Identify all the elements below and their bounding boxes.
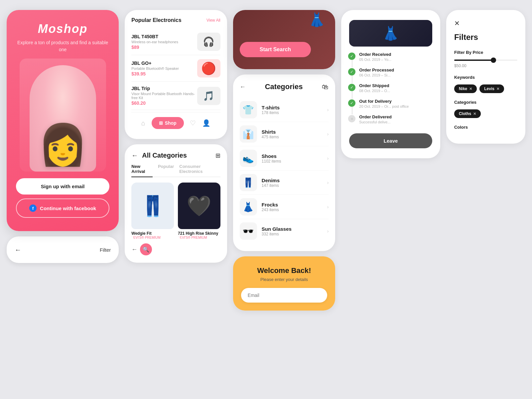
timeline-content: Order Received 05 Oct. 2019 – Yo...: [359, 52, 391, 62]
column-3: 👗 Start Search ← Categories 🛍 👕 T-shirts…: [233, 7, 335, 311]
keyword-tag-nike[interactable]: Nike ✕: [454, 84, 477, 93]
category-name: Sun Glasses: [262, 226, 327, 232]
shop-nav-button[interactable]: ⊞ Shop: [152, 117, 184, 129]
timeline-content: Order Shipped 08 Oct. 2019 – O...: [359, 83, 390, 93]
welcome-subtitle: Please enter your details: [241, 277, 328, 282]
product-name: JBL GO+: [131, 61, 197, 66]
remove-keyword-icon[interactable]: ✕: [469, 87, 472, 91]
start-search-button[interactable]: Start Search: [240, 42, 311, 57]
timeline-step-date: Successful delive...: [359, 120, 392, 124]
product-price: $60.20: [131, 100, 197, 106]
categories-filter-title: Categories: [454, 100, 517, 105]
category-thumb: 👔: [240, 125, 257, 143]
timeline-item-delivery: ✓ Out for Delivery 20 Oct. 2019 – Or... …: [356, 99, 432, 108]
remove-category-icon[interactable]: ✕: [473, 112, 476, 116]
category-count: 1102 items: [262, 159, 327, 164]
category-tag-cloths[interactable]: Cloths ✕: [454, 109, 481, 118]
keyword-label: Nike: [459, 86, 467, 91]
remove-keyword-icon[interactable]: ✕: [496, 87, 499, 91]
tab-popular[interactable]: Popular: [158, 164, 174, 177]
category-item-denims[interactable]: 👖 Denims 147 items ›: [240, 171, 329, 195]
categories-title: Categories: [265, 82, 303, 91]
timeline-step-date: 20 Oct. 2019 – Or... post office: [359, 104, 409, 108]
heart-icon[interactable]: ♡: [190, 119, 196, 127]
timeline-dot: ✓: [348, 53, 355, 60]
back-arrow-icon[interactable]: ←: [131, 246, 137, 253]
categories-header: ← Categories 🛍: [240, 82, 329, 91]
product-item[interactable]: JBL GO+ Portable Bluetooth® Speaker $39.…: [131, 55, 220, 82]
keywords-tags: Nike ✕ Levis ✕: [454, 84, 517, 93]
category-item-tshirts[interactable]: 👕 T-shirts 178 items ›: [240, 98, 329, 122]
moshop-logo: Moshop: [38, 22, 88, 36]
category-name: Denims: [262, 178, 327, 183]
category-count: 332 items: [262, 232, 327, 236]
order-timeline: ✓ Order Received 05 Oct. 2019 – Yo... ✓ …: [349, 52, 432, 124]
facebook-icon: f: [29, 204, 37, 212]
categories-tags: Cloths ✕: [454, 109, 517, 118]
category-count: 475 items: [262, 135, 327, 139]
grid-layout-icon[interactable]: ⊞: [215, 152, 220, 159]
back-arrow-icon[interactable]: ←: [15, 246, 21, 254]
price-slider-fill: [454, 60, 492, 61]
home-icon[interactable]: ⌂: [141, 119, 145, 127]
all-categories-header: ← All Categories ⊞: [131, 152, 220, 159]
timeline-step-label: Order Received: [359, 52, 391, 57]
product-name: JBL Trip: [131, 86, 197, 91]
product-item[interactable]: JBL T450BT Wireless on-ear headphones $8…: [131, 29, 220, 55]
keywords-section: Keywords Nike ✕ Levis ✕: [454, 75, 517, 93]
category-item-sunglasses[interactable]: 🕶️ Sun Glasses 332 items ›: [240, 219, 329, 243]
category-info: Shoes 1102 items: [262, 153, 327, 164]
keywords-title: Keywords: [454, 75, 517, 80]
grid-nav-icon: ⊞: [159, 120, 163, 126]
back-arrow-icon[interactable]: ←: [131, 152, 138, 159]
product-card-image: 👖: [131, 183, 174, 229]
product-card[interactable]: 👖 Wedgie Fit LEVI'S® PREMIUM: [131, 183, 174, 239]
cart-icon[interactable]: 🛍: [322, 83, 329, 91]
close-icon[interactable]: ✕: [454, 19, 517, 27]
product-card-name: 721 High Rise Skinny: [178, 231, 220, 236]
product-item[interactable]: JBL Trip Visor Mount Portable Bluetooth …: [131, 82, 220, 110]
price-slider[interactable]: [454, 60, 517, 61]
category-info: T-shirts 178 items: [262, 105, 327, 115]
timeline-dot: ○: [348, 115, 355, 122]
tab-consumer-electronics[interactable]: Consumer Electronics: [179, 164, 220, 177]
category-thumb: 🕶️: [240, 222, 257, 240]
category-info: Frocks 243 items: [262, 202, 327, 212]
category-item-shirts[interactable]: 👔 Shirts 475 items ›: [240, 122, 329, 146]
timeline-dot: ✓: [348, 68, 355, 75]
leave-button[interactable]: Leave: [349, 133, 432, 148]
filter-button[interactable]: Filter: [100, 247, 111, 253]
electronics-title: Popular Electronics: [131, 17, 181, 23]
chevron-right-icon: ›: [327, 156, 329, 161]
column-5: ✕ Filters Filter By Price $50.00 Keyword…: [446, 7, 525, 144]
back-arrow-icon[interactable]: ←: [240, 83, 246, 90]
category-name: Shoes: [262, 153, 327, 159]
categories-filter-section: Categories Cloths ✕: [454, 100, 517, 118]
tab-new-arrival[interactable]: New Arrival: [131, 164, 153, 177]
facebook-button[interactable]: f Continue with facebook: [16, 199, 109, 218]
search-top-card: 👗 Start Search: [233, 10, 335, 69]
search-icon[interactable]: 🔍: [140, 243, 152, 255]
product-image: 🎵: [197, 87, 220, 105]
product-card-name: Wedgie Fit: [131, 231, 174, 236]
timeline-step-date: 06 Oct. 2019 – Si...: [359, 73, 394, 77]
all-categories-title: All Categories: [142, 152, 187, 159]
welcome-title: Welcome Back!: [241, 266, 328, 275]
user-icon[interactable]: 👤: [202, 119, 210, 127]
email-input[interactable]: [241, 288, 328, 303]
hero-image: [20, 59, 106, 172]
view-all-link[interactable]: View All: [206, 18, 220, 23]
price-filter-title: Filter By Price: [454, 50, 517, 55]
category-tabs: New Arrival Popular Consumer Electronics: [131, 164, 220, 177]
category-item-shoes[interactable]: 👟 Shoes 1102 items ›: [240, 146, 329, 171]
timeline-content: Order Processed 06 Oct. 2019 – Si...: [359, 67, 394, 77]
column-4: 👗 ✓ Order Received 05 Oct. 2019 – Yo... …: [341, 7, 440, 164]
signup-email-button[interactable]: Sign up with email: [16, 178, 109, 195]
product-info: JBL Trip Visor Mount Portable Bluetooth …: [131, 86, 197, 106]
price-slider-thumb[interactable]: [491, 58, 496, 63]
category-item-frocks[interactable]: 👗 Frocks 243 items ›: [240, 195, 329, 219]
price-slider-wrap: [454, 60, 517, 61]
keyword-tag-levis[interactable]: Levis ✕: [479, 84, 504, 93]
product-card[interactable]: 🖤 721 High Rise Skinny LEVI'S® PREMIUM: [178, 183, 220, 239]
category-label: Cloths: [459, 111, 471, 116]
